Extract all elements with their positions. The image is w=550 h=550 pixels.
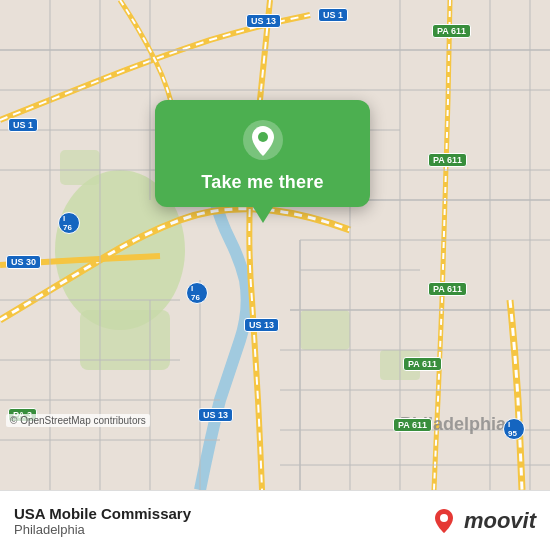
road-sign-pa611-mid1: PA 611 <box>428 153 467 167</box>
svg-rect-5 <box>60 150 100 185</box>
svg-rect-2 <box>80 310 170 370</box>
location-info: USA Mobile Commissary Philadelphia <box>14 505 191 537</box>
road-sign-pa611-top: PA 611 <box>432 24 471 38</box>
road-sign-pa611-mid2: PA 611 <box>428 282 467 296</box>
road-sign-pa611-bot1: PA 611 <box>403 357 442 371</box>
popup-card[interactable]: Take me there <box>155 100 370 207</box>
location-city: Philadelphia <box>14 522 191 537</box>
moovit-pin-icon <box>430 507 458 535</box>
road-sign-pa611-bot2: PA 611 <box>393 418 432 432</box>
road-sign-us1-left: US 1 <box>8 118 38 132</box>
moovit-logo-text: moovit <box>464 508 536 534</box>
moovit-logo[interactable]: moovit <box>430 507 536 535</box>
road-sign-i95: I 95 <box>503 418 525 440</box>
road-sign-i76-mid: I 76 <box>186 282 208 304</box>
svg-point-36 <box>440 514 448 522</box>
road-sign-us13-top: US 13 <box>246 14 281 28</box>
take-me-there-button[interactable]: Take me there <box>201 172 323 193</box>
location-name: USA Mobile Commissary <box>14 505 191 522</box>
road-sign-us13-mid: US 13 <box>244 318 279 332</box>
bottom-bar: USA Mobile Commissary Philadelphia moovi… <box>0 490 550 550</box>
road-sign-us13-bot: US 13 <box>198 408 233 422</box>
map-container: Philadelphia Take me there US 1 US 13 PA… <box>0 0 550 490</box>
road-sign-i76-left: I 76 <box>58 212 80 234</box>
svg-rect-3 <box>300 310 350 350</box>
location-pin-icon <box>241 118 285 162</box>
road-sign-us30: US 30 <box>6 255 41 269</box>
road-sign-us1-top: US 1 <box>318 8 348 22</box>
map-attribution: © OpenStreetMap contributors <box>6 414 150 427</box>
svg-point-35 <box>258 132 268 142</box>
